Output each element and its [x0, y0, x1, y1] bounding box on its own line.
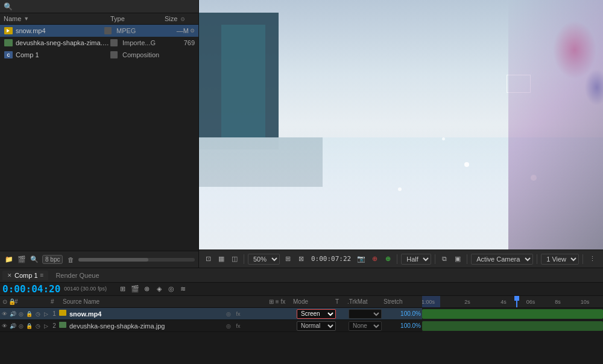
- audio-icon[interactable]: 🔊: [10, 322, 17, 330]
- layer-row[interactable]: 👁 🔊 ◎ 🔒 ◷ ▷ 1 snow.mp4 ◎ fx: [0, 308, 422, 320]
- expand-icon[interactable]: ⊞: [118, 284, 128, 295]
- trkmat-dropdown[interactable]: [349, 309, 382, 319]
- lock-icon[interactable]: 🔒: [26, 322, 33, 330]
- view-dropdown[interactable]: 1 View: [541, 254, 579, 265]
- separator: [435, 254, 435, 264]
- comp-button-icon[interactable]: 🎬: [130, 284, 140, 295]
- ruler-area: 1:00s 2s 4s 06s 8s 10s: [422, 296, 603, 364]
- effects-switch[interactable]: fx: [234, 322, 242, 330]
- playhead-head[interactable]: [514, 296, 519, 301]
- blend-mode-dropdown[interactable]: Screen: [297, 309, 336, 319]
- effects-switch[interactable]: fx: [234, 310, 242, 318]
- project-column-headers: Name ▼ Type Size ⚙: [0, 13, 198, 25]
- project-item[interactable]: C Comp 1 Composition: [0, 49, 198, 61]
- layer-row[interactable]: 👁 🔊 ◎ 🔒 ◷ ▷ 2 devushka-sneg-shapka-zima.…: [0, 320, 422, 332]
- layer-t-header: T: [335, 298, 347, 305]
- fast-preview-icon[interactable]: ⧉: [439, 254, 450, 265]
- pixel-aspect-icon[interactable]: ⊠: [295, 254, 306, 265]
- sort-arrow-icon: ▼: [24, 16, 29, 22]
- separator: [244, 254, 244, 264]
- memory-bar: [78, 258, 195, 262]
- render-queue-tab[interactable]: Render Queue: [51, 271, 104, 280]
- video-track-bar[interactable]: [422, 309, 603, 319]
- layer-1-controls: 👁 🔊 ◎ 🔒 ◷ ▷: [1, 310, 49, 318]
- image-track-bar[interactable]: [422, 321, 603, 331]
- project-item[interactable]: devushka-sneg-shapka-zima.jpg Importe...…: [0, 37, 198, 49]
- shy-icon[interactable]: ◷: [34, 322, 42, 330]
- new-comp-icon[interactable]: 🎬: [16, 254, 27, 265]
- comp-flowchart-icon[interactable]: ⋮: [587, 254, 598, 265]
- frame-blend-icon[interactable]: ≋: [178, 284, 189, 295]
- time-display[interactable]: 0:00:04:20: [2, 283, 60, 295]
- project-bottom-icons: 📁 🎬 🔍: [4, 254, 40, 265]
- motion-blur-icon[interactable]: ◎: [166, 284, 177, 295]
- layer-mode-header: Mode: [293, 298, 335, 305]
- timeline-area: ✕ Comp 1 ≡ Render Queue 0:00:04:20 00140…: [0, 268, 603, 364]
- shy-icon[interactable]: ◷: [34, 310, 42, 318]
- ruler-label: 8s: [555, 299, 561, 305]
- layer-controls-header: ⊙ 🔒 #: [2, 298, 51, 305]
- separator: [582, 254, 583, 264]
- media-icon: ⚙: [190, 28, 195, 34]
- layer-name-header: Source Name: [63, 298, 269, 305]
- transparency-grid-icon[interactable]: ▣: [452, 254, 463, 265]
- separator: [397, 254, 397, 264]
- quality-dropdown[interactable]: Half: [401, 254, 431, 265]
- find-icon[interactable]: 🔍: [29, 254, 40, 265]
- motion-blur-switch[interactable]: ◎: [224, 310, 233, 318]
- layers-panel: ⊙ 🔒 # # Source Name ⊞ ≡ fx Mode T .TrkMa…: [0, 296, 422, 364]
- snapshot-icon[interactable]: 📷: [356, 254, 367, 265]
- region-of-interest-icon[interactable]: ⊡: [203, 254, 213, 265]
- visibility-icon[interactable]: 👁: [1, 322, 8, 330]
- layer-1-trkmat: [349, 309, 385, 319]
- project-item[interactable]: snow.mp4 MPEG —M ⚙: [0, 25, 198, 37]
- switches-icon: ⊞: [269, 298, 274, 305]
- item-type-cell: Composition: [110, 51, 165, 58]
- expand-icon[interactable]: ▷: [42, 322, 49, 330]
- lock-icon[interactable]: 🔒: [26, 310, 33, 318]
- column-size-header[interactable]: Size ⚙: [165, 15, 195, 22]
- trkmat-dropdown[interactable]: None: [349, 321, 382, 331]
- solo-icon[interactable]: ◎: [17, 310, 25, 318]
- expand-icon[interactable]: ▷: [42, 310, 49, 318]
- separator: [537, 254, 537, 264]
- size-icon: ⚙: [180, 16, 185, 22]
- draft-icon[interactable]: ⊗: [142, 284, 153, 295]
- project-search-bar: 🔍: [0, 0, 198, 13]
- composition-icon[interactable]: ▦: [216, 254, 227, 265]
- fps-info: 00140 (30.00 fps): [64, 286, 107, 292]
- transparency-icon[interactable]: ◫: [229, 254, 240, 265]
- channel-icon[interactable]: ⊕: [369, 254, 380, 265]
- column-type-header[interactable]: Type: [110, 15, 165, 22]
- column-name-header[interactable]: Name ▼: [4, 15, 110, 22]
- audio-icon[interactable]: 🔊: [10, 310, 17, 318]
- fit-comp-icon[interactable]: ⊞: [282, 254, 293, 265]
- timeline-main: ⊙ 🔒 # # Source Name ⊞ ≡ fx Mode T .TrkMa…: [0, 296, 603, 364]
- trash-icon[interactable]: 🗑: [65, 254, 76, 265]
- close-comp-icon[interactable]: ✕: [7, 272, 12, 278]
- effects-icon[interactable]: ◈: [154, 284, 165, 295]
- tab-menu-icon[interactable]: ≡: [40, 272, 44, 278]
- timecode-display: 0:00:07:22: [311, 255, 351, 263]
- memory-fill: [78, 258, 148, 262]
- blend-mode-dropdown[interactable]: Normal: [297, 321, 336, 331]
- comp-tab-label: Comp 1: [14, 272, 38, 279]
- item-type-cell: Importe...G: [110, 39, 165, 46]
- motion-blur-switch[interactable]: ◎: [224, 322, 233, 330]
- comp-tab[interactable]: ✕ Comp 1 ≡: [2, 271, 48, 280]
- bpc-badge[interactable]: 8 bpc: [42, 255, 63, 264]
- layer-num-header: #: [51, 298, 63, 305]
- layer-switch-header: ⊞ ≡ fx: [269, 298, 293, 305]
- new-folder-icon[interactable]: 📁: [4, 254, 14, 265]
- solo-icon[interactable]: ◎: [17, 322, 25, 330]
- ruler-label: 2s: [464, 299, 470, 305]
- preview-image: [199, 0, 603, 249]
- visibility-icon[interactable]: 👁: [1, 310, 8, 318]
- layer-2-switches: ◎ fx: [224, 322, 297, 330]
- item-type-cell: MPEG: [104, 27, 159, 34]
- zoom-dropdown[interactable]: 50%: [248, 254, 280, 265]
- reset-exposure-icon[interactable]: ↺: [600, 254, 603, 265]
- color-manage-icon[interactable]: ⊕: [382, 254, 393, 265]
- camera-dropdown[interactable]: Active Camera: [471, 254, 533, 265]
- timeline-ruler[interactable]: 1:00s 2s 4s 06s 8s 10s: [422, 296, 603, 308]
